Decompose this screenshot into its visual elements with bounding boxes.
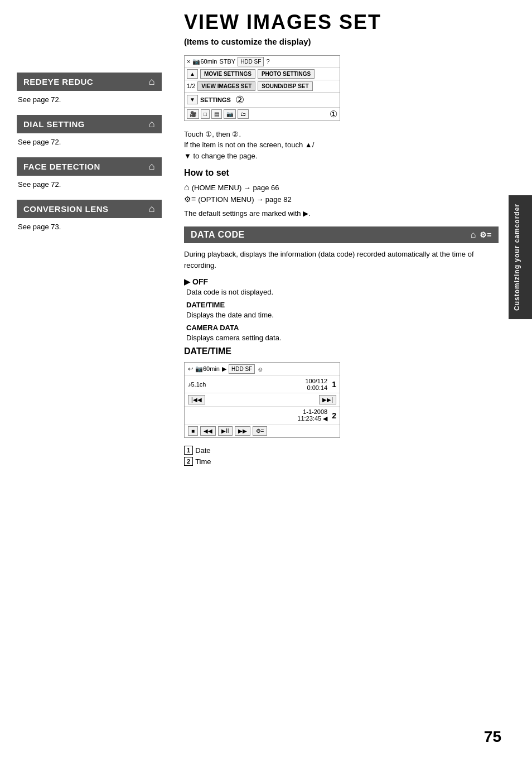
- play-pause-btn[interactable]: ▶II: [218, 426, 233, 436]
- redeye-reduc-header: REDEYE REDUC ⌂: [17, 73, 162, 91]
- conversion-home-icon: ⌂: [149, 203, 155, 215]
- sound-disp-set-btn[interactable]: SOUND/DISP SET: [258, 81, 312, 91]
- option-datetime-desc: Displays the date and time.: [186, 311, 499, 319]
- data-code-description: During playback, displays the informatio…: [184, 249, 499, 271]
- camera-ui-row3: 1/2 VIEW IMAGES SET SOUND/DISP SET: [185, 80, 340, 93]
- redeye-reduc-title: REDEYE REDUC: [23, 77, 93, 86]
- stop-btn[interactable]: ■: [188, 426, 198, 436]
- option-off-desc: Data code is not displayed.: [186, 288, 499, 296]
- face-detection-title: FACE DETECTION: [23, 162, 100, 171]
- time-label-text: Time: [195, 457, 211, 466]
- num-1-right: 1: [332, 380, 336, 389]
- pb-row1: ↩ 📷60min ▶ HDD SF ☺: [185, 363, 340, 376]
- hdd-sf-badge: HDD SF: [238, 57, 264, 66]
- dial-see-page: See page 72.: [18, 138, 162, 146]
- main-title: VIEW IMAGES SET: [184, 11, 499, 33]
- camera-ui-row4: ▼ SETTINGS ②: [185, 93, 340, 108]
- subtitle: (Items to customize the display): [184, 37, 499, 46]
- face-detection-header: FACE DETECTION ⌂: [17, 157, 162, 176]
- left-column: REDEYE REDUC ⌂ See page 72. DIAL SETTING…: [0, 0, 173, 757]
- pb-row5: ■ ◀◀ ▶II ▶▶ ⚙=: [185, 425, 340, 437]
- redeye-home-icon: ⌂: [149, 76, 155, 88]
- option-datetime-title: DATE/TIME: [186, 301, 499, 309]
- conversion-lens-header: CONVERSION LENS ⌂: [17, 200, 162, 218]
- option-camera-data: CAMERA DATA Displays camera setting data…: [184, 324, 499, 342]
- prev-btn[interactable]: |◀◀: [188, 395, 205, 404]
- redeye-see-page: See page 72.: [18, 95, 162, 104]
- option-menu-icon: ⚙=: [184, 195, 196, 204]
- dial-setting-title: DIAL SETTING: [23, 119, 85, 129]
- data-code-option-icon: ⚙=: [480, 230, 492, 239]
- datetime-section-title: DATE/TIME: [184, 346, 499, 356]
- time-label-item: 2 Time: [184, 457, 499, 466]
- conversion-lens-title: CONVERSION LENS: [23, 204, 109, 214]
- pb-row3: |◀◀ ▶▶|: [185, 393, 340, 407]
- num-2-right: 2: [332, 411, 336, 420]
- option-off-title: OFF: [192, 277, 208, 286]
- playback-wrapper: ↩ 📷60min ▶ HDD SF ☺ ♪5.1ch 100/112 0:00:…: [184, 362, 357, 438]
- default-settings-text: The default settings are marked with ▶.: [184, 209, 499, 218]
- pb-smily-icon: ☺: [257, 366, 263, 373]
- option-btn[interactable]: ⚙=: [253, 426, 268, 436]
- date-num-label: 1: [184, 446, 193, 455]
- data-code-home-icon: ⌂: [471, 230, 476, 240]
- pb-time: 11:23:45 ◀: [297, 415, 327, 422]
- page-number: 75: [484, 728, 501, 746]
- pb-battery-icon: 📷60min: [195, 365, 220, 373]
- how-to-set-title: How to set: [184, 168, 499, 178]
- face-home-icon: ⌂: [149, 161, 155, 172]
- right-column: VIEW IMAGES SET (Items to customize the …: [173, 0, 532, 757]
- conversion-see-page: See page 73.: [18, 223, 162, 231]
- pb-row2: ♪5.1ch 100/112 0:00:14 1: [185, 376, 340, 393]
- fwd-btn[interactable]: ▶▶: [235, 426, 250, 436]
- time-num-label: 2: [184, 457, 193, 466]
- pb-date: 1-1-2008: [297, 408, 327, 415]
- data-code-title: DATA CODE: [191, 230, 245, 240]
- option-off: ▶ OFF Data code is not displayed.: [184, 277, 499, 296]
- dial-home-icon: ⌂: [149, 118, 155, 130]
- circle-1-label: ①: [330, 109, 337, 119]
- view-images-set-btn[interactable]: VIEW IMAGES SET: [197, 81, 255, 91]
- date-label-item: 1 Date: [184, 446, 499, 455]
- next-btn[interactable]: ▶▶|: [319, 395, 336, 404]
- movie-settings-btn[interactable]: MOVIE SETTINGS: [200, 69, 255, 79]
- home-menu-item: ⌂ (HOME MENU) → page 66: [184, 182, 499, 192]
- home-menu-icon: ⌂: [184, 182, 190, 192]
- default-triangle-off: ▶: [184, 277, 190, 286]
- dial-setting-header: DIAL SETTING ⌂: [17, 115, 162, 133]
- pb-row4: 1-1-2008 11:23:45 ◀ 2: [185, 407, 340, 425]
- rew-btn[interactable]: ◀◀: [200, 426, 216, 436]
- playback-ui-mockup: ↩ 📷60min ▶ HDD SF ☺ ♪5.1ch 100/112 0:00:…: [184, 362, 340, 438]
- option-datetime: DATE/TIME Displays the date and time.: [184, 301, 499, 319]
- photo-settings-btn[interactable]: PHOTO SETTINGS: [258, 69, 315, 79]
- data-code-icons: ⌂ ⚙=: [471, 230, 492, 240]
- pb-hdd-badge: HDD SF: [229, 364, 255, 374]
- pb-back-icon: ↩: [188, 365, 193, 373]
- camera-ui-row1: × 📷60min STBY HDD SF ?: [185, 56, 340, 68]
- touch-instruction: Touch ①, then ②. If the item is not on t…: [184, 129, 499, 162]
- date-label-text: Date: [195, 446, 210, 455]
- circle-2-label: ②: [235, 94, 244, 106]
- camera-ui-row5: 🎥 □ ▤ 📷 🗂 ①: [185, 108, 340, 120]
- camera-ui-row2: ▲ MOVIE SETTINGS PHOTO SETTINGS: [185, 68, 340, 80]
- data-code-header: DATA CODE ⌂ ⚙=: [184, 226, 499, 243]
- option-camera-data-title: CAMERA DATA: [186, 324, 499, 332]
- face-see-page: See page 72.: [18, 180, 162, 189]
- option-camera-data-desc: Displays camera setting data.: [186, 334, 499, 342]
- pb-play-icon: ▶: [222, 365, 226, 373]
- camera-ui-mockup: × 📷60min STBY HDD SF ? ▲ MOVIE SETTINGS …: [184, 55, 340, 121]
- option-menu-item: ⚙= (OPTION MENU) → page 82: [184, 195, 499, 204]
- side-tab: Customizing your camcorder: [509, 195, 532, 319]
